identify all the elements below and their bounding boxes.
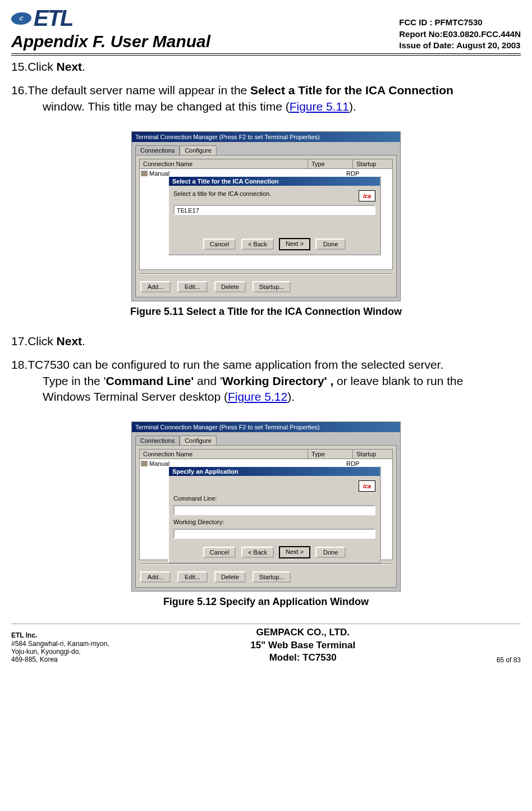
configure-panel: Connection Name Type Startup Manual RDP … [135, 155, 397, 297]
col-type: Type [308, 159, 353, 168]
specify-application-dialog: Specify an Application ica Command Line:… [168, 466, 381, 563]
title-input[interactable]: TELE17 [173, 205, 375, 215]
col-connection-name: Connection Name [140, 450, 308, 459]
add-button[interactable]: Add... [140, 281, 171, 292]
figure-5-12-screenshot: Terminal Connection Manager (Press F2 to… [131, 421, 401, 592]
next-button[interactable]: Next > [279, 547, 310, 558]
page-number: 65 of 83 [497, 656, 521, 664]
page-header: C ETL Appendix F. User Manual FCC ID : P… [11, 6, 521, 56]
logo-block: C ETL Appendix F. User Manual [11, 6, 210, 51]
edit-button[interactable]: Edit... [177, 571, 208, 583]
logo-mark-icon: C [10, 12, 32, 25]
figure-5-12-caption: Figure 5.12 Specify an Application Windo… [11, 596, 521, 608]
footer-product: GEMPACK CO., LTD. 15" Web Base Terminal … [250, 626, 355, 663]
report-no: Report No:E03.0820.FCC.444N [399, 29, 521, 40]
figure-5-11-screenshot: Terminal Connection Manager (Press F2 to… [131, 131, 401, 301]
dialog-text: Select a title for the ICA connection. [173, 190, 271, 197]
footer-address: ETL Inc. #584 Sangwhal-ri, Kanam-myon, Y… [11, 631, 109, 664]
tab-connections[interactable]: Connections [135, 145, 180, 155]
done-button[interactable]: Done [315, 547, 346, 558]
window-titlebar: Terminal Connection Manager (Press F2 to… [132, 132, 400, 142]
figure-5-11-caption: Figure 5.11 Select a Title for the ICA C… [11, 306, 521, 318]
working-directory-input[interactable] [173, 529, 375, 539]
list-header: Connection Name Type Startup [139, 449, 393, 459]
tabs: Connections Configure [132, 142, 400, 155]
dialog-titlebar: Select a Title for the ICA Connection [169, 177, 380, 186]
issue-date: Issue of Date: August 20, 2003 [399, 40, 521, 51]
cancel-button[interactable]: Cancel [203, 239, 236, 250]
tab-connections[interactable]: Connections [135, 436, 180, 445]
step-17: 17.Click Next. [27, 333, 521, 349]
select-title-dialog: Select a Title for the ICA Connection Se… [168, 176, 381, 255]
ica-logo-icon: ica [359, 190, 375, 201]
working-directory-label: Working Directory: [173, 519, 375, 525]
back-button[interactable]: < Back [241, 547, 274, 558]
tabs: Connections Configure [132, 432, 400, 445]
startup-button[interactable]: Startup... [253, 281, 291, 292]
step-16: 16.The default server name will appear i… [27, 83, 521, 114]
command-line-input[interactable] [173, 505, 375, 515]
separator [139, 563, 393, 565]
next-button[interactable]: Next > [279, 239, 310, 250]
delete-button[interactable]: Delete [214, 281, 246, 292]
appendix-title: Appendix F. User Manual [11, 32, 210, 51]
configure-panel: Connection Name Type Startup Manual RDP … [135, 445, 397, 588]
step-15: 15.Click Next. [27, 59, 521, 75]
logo-text: ETL [34, 6, 73, 31]
etl-logo: C ETL [11, 6, 210, 31]
window-titlebar: Terminal Connection Manager (Press F2 to… [132, 422, 400, 432]
col-startup: Startup [353, 450, 392, 459]
separator [139, 273, 393, 274]
command-line-label: Command Line: [173, 495, 375, 502]
figure-5-11-link[interactable]: Figure 5.11 [290, 100, 349, 113]
col-type: Type [308, 450, 353, 459]
back-button[interactable]: < Back [241, 239, 274, 250]
step-18: 18.TC7530 can be configured to run the s… [27, 357, 521, 405]
col-connection-name: Connection Name [140, 159, 308, 168]
connections-list: Manual RDP Select a Title for the ICA Co… [139, 169, 393, 270]
page-footer: ETL Inc. #584 Sangwhal-ri, Kanam-myon, Y… [11, 624, 521, 663]
ica-logo-icon: ica [359, 480, 375, 492]
figure-5-12-link[interactable]: Figure 5.12 [228, 390, 287, 403]
list-header: Connection Name Type Startup [139, 159, 393, 169]
cancel-button[interactable]: Cancel [203, 547, 236, 558]
fcc-id: FCC ID : PFMTC7530 [399, 17, 521, 28]
dialog-titlebar: Specify an Application [169, 467, 380, 476]
connections-list: Manual RDP Specify an Application ica Co… [139, 459, 393, 560]
startup-button[interactable]: Startup... [253, 571, 291, 583]
connection-icon [141, 171, 148, 176]
connection-icon [141, 461, 148, 466]
edit-button[interactable]: Edit... [177, 281, 208, 292]
col-startup: Startup [353, 159, 392, 168]
add-button[interactable]: Add... [140, 571, 171, 583]
done-button[interactable]: Done [315, 239, 346, 250]
tab-configure[interactable]: Configure [180, 436, 217, 445]
delete-button[interactable]: Delete [214, 571, 246, 583]
tab-configure[interactable]: Configure [180, 145, 217, 155]
header-meta: FCC ID : PFMTC7530 Report No:E03.0820.FC… [399, 17, 521, 51]
